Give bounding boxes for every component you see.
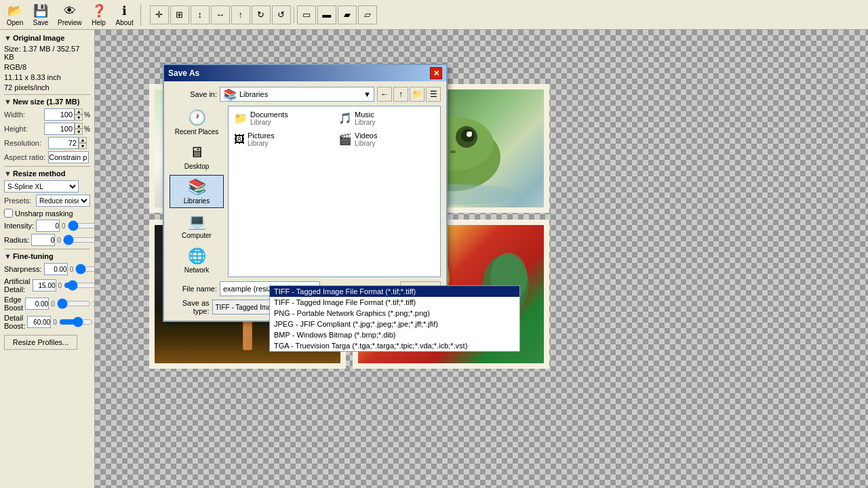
height-label: Height: [4, 125, 44, 133]
dropdown-tiff-selected[interactable]: TIFF - Tagged Image File Format (*.tif;*… [270, 286, 519, 297]
original-image-section: ▼ Original Image [4, 34, 90, 42]
desktop-label: Desktop [184, 163, 210, 170]
place-network[interactable]: 🌐 Network [170, 244, 224, 277]
resize-method-label: Resize method [13, 169, 66, 178]
nav-up-btn[interactable]: ↑ [393, 87, 408, 102]
intensity-slider[interactable] [68, 220, 95, 231]
detail-boost-slider[interactable] [59, 317, 93, 327]
tool-rect1[interactable]: ▭ [297, 5, 316, 24]
art-detail-label: Artificial Detail: [4, 277, 31, 293]
radius-slider[interactable] [63, 235, 95, 245]
radius-input[interactable] [31, 234, 55, 246]
tool-redo[interactable]: ↺ [272, 5, 291, 24]
new-size-section: ▼ New size (1.37 MB) [4, 98, 90, 106]
mode-value: RGB/8 [4, 63, 26, 71]
help-button[interactable]: ❓ Help [87, 1, 111, 28]
resolution-up-btn[interactable]: ▲ [79, 137, 87, 143]
detail-boost-min: 0 [53, 319, 57, 326]
resolution-row: 72 pixels/inch [4, 83, 90, 92]
nav-view-btn[interactable]: ☰ [426, 87, 441, 102]
documents-info: Documents Library [250, 110, 288, 126]
presets-select[interactable]: Reduce noise/artifacts [36, 195, 90, 207]
width-up-btn[interactable]: ▲ [75, 108, 83, 115]
height-input[interactable] [44, 123, 75, 135]
resize-profiles-button[interactable]: Resize Profiles... [4, 335, 77, 350]
videos-name: Videos [355, 131, 377, 140]
intensity-row: Intensity: 0 100 [4, 220, 90, 232]
file-pictures[interactable]: 🖼 Pictures Library [231, 130, 333, 148]
dropdown-png[interactable]: PNG - Portable Network Graphics (*.png;*… [270, 308, 519, 319]
file-videos[interactable]: 🎬 Videos Library [336, 130, 437, 148]
tool-rect2[interactable]: ▬ [317, 5, 336, 24]
height-unit: % [84, 125, 90, 133]
edge-boost-row: Edge Boost 0 100 [4, 296, 90, 312]
intensity-input[interactable] [36, 220, 60, 232]
tool-cursor[interactable]: ✛ [150, 5, 169, 24]
open-icon: 📂 [7, 3, 23, 19]
nav-back-btn[interactable]: ← [377, 87, 392, 102]
folder-icon: 📚 [223, 88, 237, 101]
about-button[interactable]: ℹ About [113, 1, 137, 28]
width-input[interactable] [44, 108, 75, 121]
sharpness-input[interactable] [44, 263, 68, 275]
tool-rect4[interactable]: ▱ [358, 5, 377, 24]
main-toolbar: 📂 Open 💾 Save 👁 Preview ❓ Help ℹ About ✛… [0, 0, 868, 30]
art-detail-slider[interactable] [64, 280, 95, 291]
edge-boost-input[interactable] [25, 298, 49, 310]
tool-crosshair[interactable]: ⊞ [170, 5, 189, 24]
place-recent[interactable]: 🕐 Recent Places [170, 106, 224, 139]
tool-separator [294, 7, 294, 23]
edge-boost-slider[interactable] [57, 298, 91, 309]
unsharp-checkbox[interactable] [4, 209, 13, 218]
detail-boost-input[interactable] [27, 316, 51, 328]
resize-method-select[interactable]: S-Spline XL [4, 180, 79, 192]
open-button[interactable]: 📂 Open [3, 1, 27, 28]
radius-min: 0 [57, 237, 61, 244]
network-icon: 🌐 [188, 247, 206, 265]
dialog-close-button[interactable]: ✕ [430, 67, 442, 79]
dropdown-jpeg[interactable]: JPEG - JFIF Compliant (*.jpg;*.jpeg;*.jp… [270, 319, 519, 329]
resolution-label: Resolution: [4, 139, 48, 147]
tool-group: ✛ ⊞ ↕ ↔ ↑ ↻ ↺ ▭ ▬ ▰ ▱ [150, 5, 377, 24]
tool-rotate[interactable]: ↑ [231, 5, 250, 24]
sharpness-slider[interactable] [75, 264, 95, 274]
save-in-row: Save in: 📚 Libraries ▼ ← ↑ 📁 ☰ [170, 87, 441, 102]
edge-boost-min: 0 [51, 300, 55, 308]
filename-label: File name: [170, 285, 217, 293]
pictures-info: Pictures Library [248, 131, 275, 147]
width-down-btn[interactable]: ▼ [75, 115, 83, 121]
about-label: About [116, 19, 134, 26]
size-value: Size: 1.37 MB / 352.57 KB [4, 45, 90, 61]
dropdown-bmp[interactable]: BMP - Windows Bitmap (*.bmp;*.dib) [270, 329, 519, 340]
place-computer[interactable]: 💻 Computer [170, 209, 224, 243]
nav-new-folder-btn[interactable]: 📁 [410, 87, 425, 102]
pictures-name: Pictures [248, 131, 275, 140]
tool-crop[interactable]: ↕ [191, 5, 210, 24]
filetype-dropdown-list: TIFF - Tagged Image File Format (*.tif;*… [269, 285, 520, 352]
resolution-input[interactable] [48, 137, 79, 149]
preview-button[interactable]: 👁 Preview [54, 1, 85, 28]
main-area: ▼ Original Image Size: 1.37 MB / 352.57 … [0, 30, 868, 488]
tool-resize[interactable]: ↔ [211, 5, 230, 24]
save-label: Save [33, 19, 49, 26]
resolution-down-btn[interactable]: ▼ [79, 143, 87, 149]
file-music[interactable]: 🎵 Music Library [336, 109, 437, 127]
aspect-input[interactable] [48, 151, 89, 163]
file-documents[interactable]: 📁 Documents Library [231, 109, 333, 127]
height-down-btn[interactable]: ▼ [75, 129, 83, 135]
save-in-combo[interactable]: 📚 Libraries ▼ [220, 87, 374, 102]
width-label: Width: [4, 110, 44, 119]
tool-undo[interactable]: ↻ [252, 5, 271, 24]
art-detail-row: Artificial Detail: 0 100 [4, 277, 90, 293]
help-label: Help [92, 19, 106, 26]
art-detail-input[interactable] [33, 279, 56, 291]
place-desktop[interactable]: 🖥 Desktop [170, 140, 224, 174]
place-libraries[interactable]: 📚 Libraries [170, 175, 224, 208]
height-up-btn[interactable]: ▲ [75, 123, 83, 129]
tool-rect3[interactable]: ▰ [338, 5, 357, 24]
save-button[interactable]: 💾 Save [28, 1, 53, 28]
dropdown-tiff-2[interactable]: TIFF - Tagged Image File Format (*.tif;*… [270, 297, 519, 308]
dropdown-tga[interactable]: TGA - Truevision Targa (*.tga;*.targa;*.… [270, 340, 519, 351]
recent-label: Recent Places [175, 128, 218, 136]
documents-name: Documents [250, 110, 288, 119]
